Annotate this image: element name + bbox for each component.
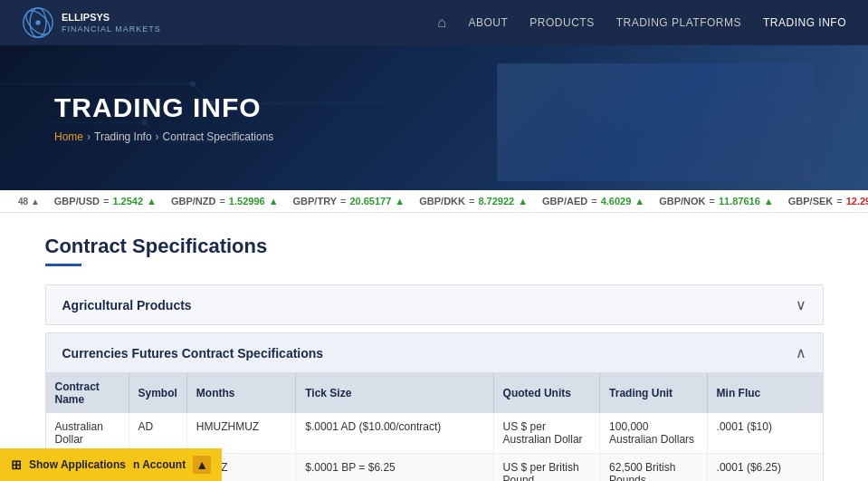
ticker-gbpnok: GBP/NOK = 11.87616 ▲ <box>659 196 774 207</box>
nav-links: ⌂ ABOUT PRODUCTS TRADING PLATFORMS TRADI… <box>437 14 846 31</box>
accordion-currencies-title: Currencies Futures Contract Specificatio… <box>62 346 324 361</box>
breadcrumb-sep1: › <box>87 130 91 143</box>
col-months: Months <box>186 373 295 413</box>
table-cell-col2: HMUZHMUZ <box>186 413 295 454</box>
hero-title: TRADING INFO <box>54 92 273 123</box>
table-cell-col1: AD <box>129 413 186 454</box>
ticker-gbpusd: GBP/USD = 1.2542 ▲ <box>54 196 157 207</box>
account-label: n Account <box>133 458 186 471</box>
col-symbol: Symbol <box>129 373 186 413</box>
hero-content: TRADING INFO Home › Trading Info › Contr… <box>0 92 328 143</box>
apps-label: Show Applications <box>29 458 126 471</box>
accordion-currencies-icon: ∧ <box>796 344 806 361</box>
ticker-bar: 48 ▲ GBP/USD = 1.2542 ▲ GBP/NZD = 1.5299… <box>0 190 868 213</box>
table-cell-col3: $.0001 BP = $6.25 <box>296 454 493 482</box>
nav-trading-info[interactable]: TRADING INFO <box>763 16 846 29</box>
col-trading-unit: Trading Unit <box>600 373 708 413</box>
hero-banner: TRADING INFO Home › Trading Info › Contr… <box>0 45 868 190</box>
table-header: Contract Name Symbol Months Tick Size Qu… <box>46 373 823 413</box>
accordion-agricultural: Agricultural Products ∨ <box>45 284 824 325</box>
breadcrumb: Home › Trading Info › Contract Specifica… <box>54 130 273 143</box>
accordion-agricultural-title: Agricultural Products <box>62 298 192 313</box>
table-cell-col4: US $ per Australian Dollar <box>493 413 599 454</box>
table-cell-col5: 62,500 British Pounds <box>600 454 708 482</box>
col-contract-name: Contract Name <box>46 373 129 413</box>
ticker-gbptry: GBP/TRY = 20.65177 ▲ <box>293 196 405 207</box>
nav-home-icon[interactable]: ⌂ <box>437 14 446 31</box>
breadcrumb-home[interactable]: Home <box>54 130 83 143</box>
table-cell-col5: 100,000 Australian Dollars <box>600 413 708 454</box>
accordion-agricultural-icon: ∨ <box>796 296 806 313</box>
table-cell-col6: .0001 ($6.25) <box>707 454 822 482</box>
col-quoted-units: Quoted Units <box>493 373 599 413</box>
navbar: ELLIPSYS FINANCIAL MARKETS ⌂ ABOUT PRODU… <box>0 0 868 45</box>
col-tick-size: Tick Size <box>296 373 493 413</box>
main-content: Contract Specifications Agricultural Pro… <box>27 213 842 481</box>
nav-products[interactable]: PRODUCTS <box>529 16 594 29</box>
brand-name: ELLIPSYS <box>62 12 161 24</box>
ticker-gbpnzd: GBP/NZD = 1.52996 ▲ <box>171 196 279 207</box>
svg-point-3 <box>35 20 40 24</box>
expand-button[interactable]: ▲ <box>193 456 211 474</box>
ticker-count: 48 ▲ <box>18 197 40 207</box>
table-cell-col0: Australian Dollar <box>46 413 129 454</box>
brand-logo-icon <box>22 6 54 39</box>
bottom-bar[interactable]: ⊞ Show Applications n Account ▲ <box>0 448 222 481</box>
table-cell-col4: US $ per British Pound <box>493 454 599 482</box>
brand: ELLIPSYS FINANCIAL MARKETS <box>22 6 161 39</box>
col-min-fluc: Min Fluc <box>707 373 822 413</box>
nav-trading-platforms[interactable]: TRADING PLATFORMS <box>616 16 741 29</box>
nav-about[interactable]: ABOUT <box>469 16 509 29</box>
table-row: Australian DollarADHMUZHMUZ$.0001 AD ($1… <box>46 413 823 454</box>
accordion-currencies-header[interactable]: Currencies Futures Contract Specificatio… <box>46 333 823 372</box>
breadcrumb-current: Contract Specifications <box>163 130 274 143</box>
page-heading: Contract Specifications <box>45 235 824 258</box>
table-cell-col3: $.0001 AD ($10.00/contract) <box>296 413 493 454</box>
svg-point-10 <box>190 81 196 86</box>
ticker-gbpaed: GBP/AED = 4.6029 ▲ <box>542 196 644 207</box>
breadcrumb-section[interactable]: Trading Info <box>94 130 152 143</box>
apps-icon: ⊞ <box>11 457 22 472</box>
accordion-agricultural-header[interactable]: Agricultural Products ∨ <box>46 285 823 324</box>
ticker-gbpdkk: GBP/DKK = 8.72922 ▲ <box>419 196 528 207</box>
brand-subtitle: FINANCIAL MARKETS <box>62 24 161 34</box>
heading-underline <box>45 264 81 266</box>
table-cell-col6: .0001 ($10) <box>707 413 822 454</box>
breadcrumb-sep2: › <box>156 130 159 143</box>
ticker-gbpsek: GBP/SEK = 12.29244 ▼ <box>788 196 868 207</box>
